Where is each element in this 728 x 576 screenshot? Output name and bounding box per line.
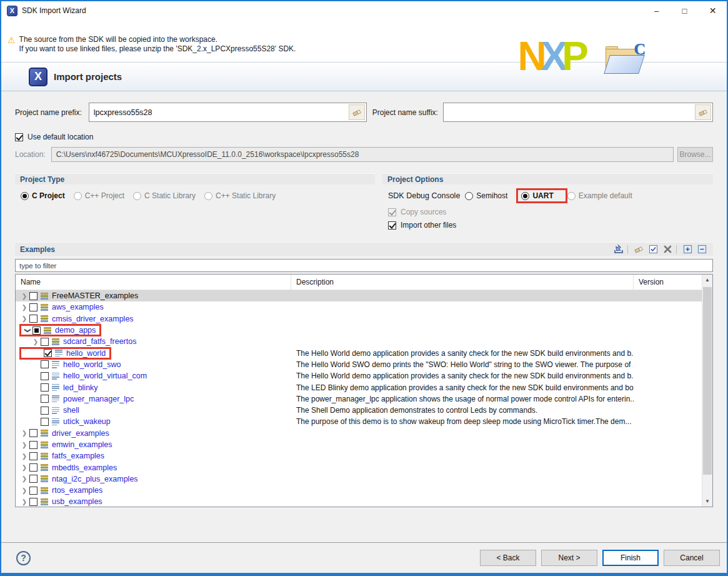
debug-console-uart-option[interactable]: UART [521,191,553,200]
import-sdk-examples-icon[interactable] [612,244,625,255]
table-row[interactable]: aws_examples [16,301,702,313]
example-name[interactable]: hello_world [66,349,106,358]
import-other-files-checkbox[interactable] [388,221,396,230]
row-checkbox[interactable] [29,498,37,506]
column-header-version[interactable]: Version [634,275,704,290]
maximize-button[interactable]: □ [671,1,699,20]
row-checkbox[interactable] [29,475,37,483]
expand-icon[interactable] [19,453,29,460]
row-checkbox[interactable] [41,360,49,368]
row-checkbox[interactable] [41,372,49,380]
select-all-icon[interactable] [647,244,659,255]
example-name[interactable]: sdcard_fatfs_freertos [63,337,136,346]
table-row[interactable]: mbedtls_examples [16,462,702,473]
example-name[interactable]: shell [63,406,79,415]
example-name[interactable]: aws_examples [52,303,104,311]
expand-icon[interactable] [19,487,29,494]
radio-icon[interactable] [521,192,529,200]
browse-button[interactable]: Browse... [677,147,713,162]
example-name[interactable]: hello_world_swo [63,360,121,369]
close-button[interactable]: ✕ [699,1,727,20]
example-name[interactable]: power_manager_lpc [63,395,134,403]
table-row[interactable]: led_blinkyThe LED Blinky demo applicatio… [16,381,702,393]
example-filter-input[interactable] [16,260,712,271]
finish-button[interactable]: Finish [602,550,659,566]
row-checkbox[interactable] [29,429,37,437]
table-row[interactable]: sdcard_fatfs_freertos [16,336,702,347]
table-row[interactable]: usb_examples [16,496,702,507]
example-name[interactable]: ntag_i2c_plus_examples [52,475,138,483]
row-checkbox[interactable] [29,441,37,449]
table-row[interactable]: rtos_examples [16,485,702,496]
expand-icon[interactable] [19,315,29,322]
row-checkbox[interactable] [29,292,37,300]
row-checkbox[interactable] [29,315,37,323]
expand-icon[interactable] [19,293,29,300]
back-button[interactable]: < Back [480,550,536,566]
example-name[interactable]: hello_world_virtual_com [63,371,147,380]
example-name[interactable]: mbedtls_examples [52,463,117,472]
clear-suffix-button[interactable] [695,104,711,120]
example-name[interactable]: emwin_examples [52,440,112,449]
table-row[interactable]: hello_worldThe Hello World demo applicat… [16,347,702,358]
row-checkbox[interactable] [41,383,49,392]
row-checkbox[interactable] [29,303,37,311]
minimize-button[interactable]: – [642,1,671,20]
vertical-scrollbar[interactable]: ▲ ▼ [702,275,712,507]
expand-icon[interactable] [19,475,29,482]
example-name[interactable]: driver_examples [52,429,109,438]
cancel-button[interactable]: Cancel [664,550,720,566]
expand-icon[interactable] [19,464,29,471]
expand-icon[interactable] [19,442,29,448]
deselect-all-icon[interactable] [661,244,674,255]
row-checkbox[interactable] [32,326,41,335]
example-name[interactable]: cmsis_driver_examples [52,315,134,323]
debug-console-semihost-option[interactable]: Semihost [465,191,507,200]
example-name[interactable]: utick_wakeup [63,417,111,426]
example-name[interactable]: led_blinky [63,383,98,392]
example-name[interactable]: rtos_examples [52,486,102,495]
table-row[interactable]: cmsis_driver_examples [16,313,702,325]
expand-icon[interactable] [19,430,29,437]
example-name[interactable]: fatfs_examples [52,452,104,460]
table-row[interactable]: demo_apps [16,325,702,336]
table-row[interactable]: fatfs_examples [16,450,702,462]
table-row[interactable]: hello_world_swoThe Hello World SWO demo … [16,359,702,370]
collapse-icon[interactable] [22,327,32,334]
radio-icon[interactable] [21,192,29,200]
radio-icon[interactable] [465,192,473,200]
expand-icon[interactable] [19,498,29,505]
row-checkbox[interactable] [41,338,49,346]
clear-prefix-button[interactable] [349,104,365,120]
expand-all-icon[interactable] [681,244,694,255]
clear-selection-icon[interactable] [632,244,645,255]
example-name[interactable]: FreeMASTER_examples [52,291,138,300]
next-button[interactable]: Next > [541,550,597,566]
column-header-description[interactable]: Description [291,275,634,290]
table-row[interactable]: shellThe Shell Demo application demonstr… [16,405,702,416]
row-checkbox[interactable] [29,452,37,460]
row-checkbox[interactable] [41,418,49,426]
table-row[interactable]: FreeMASTER_examples [16,290,702,301]
table-row[interactable]: ntag_i2c_plus_examples [16,473,702,485]
column-header-name[interactable]: Name [16,275,291,290]
row-checkbox[interactable] [41,395,49,403]
use-default-location-checkbox[interactable] [15,133,23,141]
expand-icon[interactable] [31,338,41,345]
table-row[interactable]: driver_examples [16,428,702,439]
example-name[interactable]: usb_examples [52,497,102,506]
table-row[interactable]: utick_wakeupThe purpose of this demo is … [16,416,702,427]
table-row[interactable]: emwin_examples [16,439,702,450]
row-checkbox[interactable] [41,407,49,415]
project-name-suffix-input[interactable] [444,103,712,121]
scroll-up-icon[interactable]: ▲ [702,275,712,285]
table-row[interactable]: power_manager_lpcThe power_manager_lpc a… [16,393,702,405]
row-checkbox[interactable] [44,349,52,357]
scroll-down-icon[interactable]: ▼ [702,496,712,507]
collapse-all-icon[interactable] [696,244,708,255]
example-name[interactable]: demo_apps [55,326,96,335]
project-name-prefix-input[interactable] [89,103,366,121]
help-button[interactable]: ? [16,551,31,565]
row-checkbox[interactable] [29,487,37,495]
scrollbar-thumb[interactable] [703,287,712,475]
